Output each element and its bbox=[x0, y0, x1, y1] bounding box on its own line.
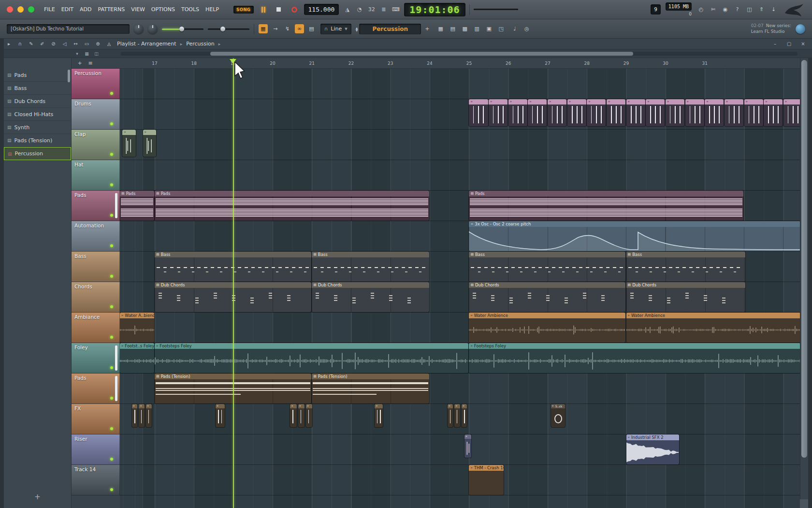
track-header[interactable]: Foley bbox=[72, 343, 120, 374]
pattern-item[interactable]: ▤Closed Hi-Hats bbox=[4, 108, 71, 121]
follow-playback-icon[interactable]: → bbox=[271, 24, 280, 33]
menu-file[interactable]: FILE bbox=[44, 6, 55, 13]
track-header[interactable]: Track 14 bbox=[72, 465, 120, 495]
track-mute-led[interactable] bbox=[110, 488, 113, 491]
audio-clip[interactable]: » bbox=[462, 404, 467, 427]
track-mute-led[interactable] bbox=[110, 275, 113, 278]
audio-clip[interactable]: » bbox=[646, 99, 665, 126]
record-button[interactable] bbox=[289, 4, 300, 15]
playlist-menu-icon[interactable]: ▸ bbox=[5, 40, 13, 48]
master-pitch-knob[interactable] bbox=[148, 24, 158, 34]
pattern-clip[interactable]: ▤Pads (Tension) bbox=[312, 374, 429, 403]
close-window-button[interactable] bbox=[7, 6, 13, 13]
audio-clip[interactable]: »Industrial SFX 2 bbox=[626, 434, 679, 464]
master-volume-knob[interactable] bbox=[134, 24, 144, 34]
audio-clip[interactable]: » bbox=[216, 404, 225, 427]
track-lane[interactable]: ▤Bass▤Bass▤Bass▤Bass bbox=[120, 252, 800, 282]
add-marker-icon[interactable]: ▾ bbox=[73, 50, 81, 57]
pattern-clip[interactable]: ▤Pads bbox=[469, 191, 743, 221]
track-lane[interactable] bbox=[120, 69, 800, 99]
audio-clip[interactable]: » bbox=[139, 404, 145, 427]
audio-clip[interactable]: » bbox=[143, 130, 157, 157]
add-track-button[interactable]: + bbox=[76, 60, 83, 67]
multilink-icon[interactable]: ▤ bbox=[307, 24, 316, 33]
track-options-icon[interactable]: ≡ bbox=[87, 60, 94, 67]
stop-button[interactable] bbox=[273, 4, 285, 15]
track-header[interactable]: Pads bbox=[72, 191, 120, 221]
news-globe-icon[interactable] bbox=[796, 24, 805, 34]
zoom-window-button[interactable] bbox=[28, 6, 34, 13]
close-button[interactable]: × bbox=[799, 40, 807, 48]
track-lane[interactable]: ▤Pads▤Pads▤Pads bbox=[120, 191, 800, 221]
export-icon[interactable]: ⇑ bbox=[757, 5, 766, 14]
audio-clip[interactable]: » bbox=[454, 404, 460, 427]
pattern-item[interactable]: ▤Dub Chords bbox=[4, 95, 71, 108]
track-header[interactable]: Clap bbox=[72, 130, 120, 160]
track-mute-led[interactable] bbox=[110, 214, 113, 217]
menu-tools[interactable]: TOOLS bbox=[181, 6, 199, 13]
cut-tool-icon[interactable]: ✄ bbox=[709, 5, 718, 14]
grid-view-icon[interactable]: ▦ bbox=[83, 50, 90, 57]
pattern-picker-icon[interactable]: ◫ bbox=[93, 50, 100, 57]
overdub-icon[interactable]: ≣ bbox=[379, 5, 388, 14]
mute-tool-icon[interactable]: ◁ bbox=[60, 40, 69, 48]
microphone-icon[interactable]: ◉ bbox=[721, 5, 730, 14]
track-mute-led[interactable] bbox=[110, 397, 113, 400]
track-lane[interactable]: »»Industrial SFX 2 bbox=[120, 434, 800, 465]
track-lane[interactable]: »Footst..s Foley»Footsteps Foley»Footste… bbox=[120, 343, 800, 374]
tempo-display[interactable]: 115.000 bbox=[304, 4, 339, 15]
countdown-icon[interactable]: 32 bbox=[367, 5, 376, 14]
paint-tool-icon[interactable]: ✐ bbox=[38, 40, 46, 48]
audio-clip[interactable]: » bbox=[290, 404, 296, 427]
touch-mode-icon[interactable]: ◎ bbox=[522, 24, 531, 33]
metronome-icon[interactable]: ◮ bbox=[343, 5, 352, 14]
help-icon[interactable]: ? bbox=[733, 5, 742, 14]
project-title-field[interactable]: [OskarSh] Dub Techno Tutorial bbox=[7, 24, 130, 34]
position-slider[interactable] bbox=[474, 9, 518, 10]
track-mute-led[interactable] bbox=[110, 153, 113, 156]
track-mute-led[interactable] bbox=[110, 305, 113, 308]
pattern-clip[interactable]: ▤Bass bbox=[312, 252, 429, 282]
menu-edit[interactable]: EDIT bbox=[61, 6, 73, 13]
sidebar-scrollbar-thumb[interactable] bbox=[68, 70, 70, 82]
track-lane[interactable]: »»»»»»»»»»»»S..ck bbox=[120, 404, 800, 434]
audio-clip[interactable]: » bbox=[464, 434, 472, 458]
pattern-clip[interactable]: ▤Dub Chords bbox=[626, 282, 745, 312]
audio-clip[interactable]: » bbox=[744, 99, 763, 126]
audio-clip[interactable]: » bbox=[298, 404, 304, 427]
audio-clip[interactable]: »S..ck bbox=[551, 404, 565, 427]
audio-clip[interactable]: » bbox=[705, 99, 724, 126]
audio-clip[interactable]: » bbox=[306, 404, 312, 427]
preview-tool-icon[interactable]: ◬ bbox=[105, 40, 113, 48]
audio-clip[interactable]: » bbox=[567, 99, 586, 126]
audio-clip[interactable]: » bbox=[587, 99, 606, 126]
audio-clip[interactable]: »Water Ambience bbox=[626, 313, 800, 343]
audio-clip[interactable]: » bbox=[508, 99, 527, 126]
track-mute-led[interactable] bbox=[110, 336, 113, 339]
typing-piano-icon[interactable]: ⌨ bbox=[391, 5, 400, 14]
track-header[interactable]: Automation bbox=[72, 221, 120, 252]
track-lane[interactable]: »Water A..bience»Water Ambience»Water Am… bbox=[120, 313, 800, 343]
audio-clip[interactable]: » bbox=[122, 130, 136, 157]
track-mute-led[interactable] bbox=[110, 122, 113, 125]
pause-button[interactable] bbox=[258, 4, 269, 15]
vertical-scrollbar-thumb[interactable] bbox=[801, 60, 807, 458]
horizontal-scrollbar[interactable] bbox=[121, 52, 798, 56]
track-arm-indicator[interactable] bbox=[115, 193, 117, 218]
piano-roll-icon[interactable]: ▤ bbox=[448, 24, 457, 33]
pattern-clip[interactable]: ▤Dub Chords bbox=[469, 282, 625, 312]
playlist-context[interactable]: Percussion bbox=[186, 41, 215, 47]
magnet-icon[interactable]: ∩ bbox=[16, 40, 24, 48]
main-volume-slider[interactable] bbox=[162, 26, 203, 32]
audio-clip[interactable]: » bbox=[132, 404, 138, 427]
song-mode-indicator[interactable]: SONG bbox=[233, 6, 253, 14]
pattern-song-toggle-icon[interactable]: ▦ bbox=[259, 24, 268, 33]
snap-selector[interactable]: ∩ Line ▼ bbox=[320, 24, 351, 34]
audio-clip[interactable]: »THM - Crash 10 bbox=[469, 465, 504, 495]
track-arm-indicator[interactable] bbox=[115, 376, 117, 401]
clock-icon[interactable]: ◴ bbox=[696, 5, 706, 14]
channel-rack-icon[interactable]: ▩ bbox=[460, 24, 469, 33]
track-header[interactable]: Bass bbox=[72, 252, 120, 282]
audio-clip[interactable]: »Footsteps Foley bbox=[155, 343, 468, 373]
main-pitch-slider[interactable] bbox=[208, 26, 249, 32]
